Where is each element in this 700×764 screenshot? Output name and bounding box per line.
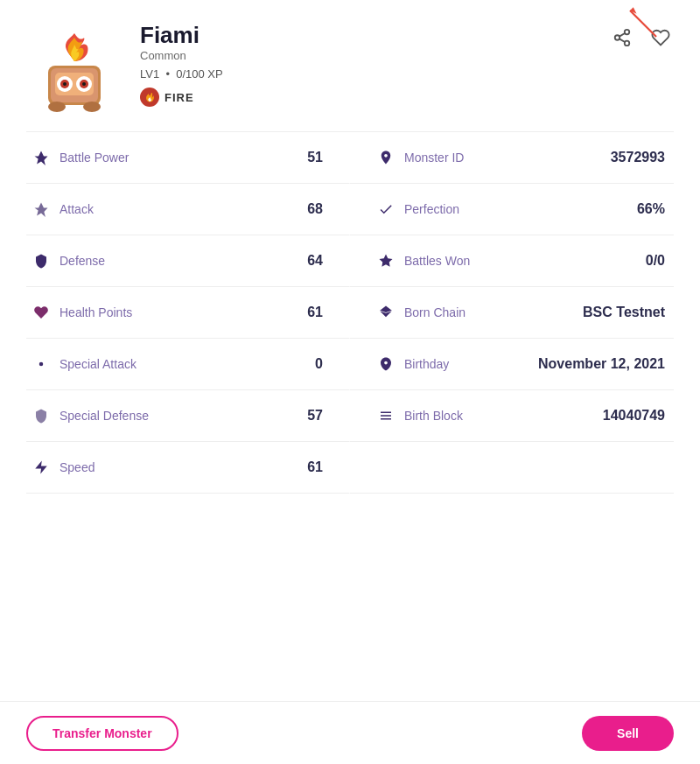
birthday-icon (376, 354, 396, 374)
born-chain-value: BSC Testnet (583, 305, 665, 320)
stat-row-battle-power: Battle Power 51 (26, 132, 350, 184)
svg-marker-12 (630, 7, 637, 14)
battle-power-icon (32, 148, 51, 167)
monster-id-icon (376, 148, 396, 167)
stat-left-attack: Attack (32, 200, 94, 219)
stat-row-defense: Defense 64 (26, 235, 350, 287)
special-defense-label: Special Defense (60, 409, 149, 423)
stat-row-battles-won: Battles Won 0/0 (350, 235, 674, 287)
attack-icon (32, 200, 51, 219)
defense-icon (32, 251, 51, 270)
stat-left-birthday: Birthday (376, 354, 449, 374)
speed-label: Speed (60, 460, 94, 474)
stat-row-birth-block: Birth Block 14040749 (350, 390, 674, 442)
perfection-icon (376, 200, 396, 219)
birthday-value: November 12, 2021 (538, 356, 665, 372)
born-chain-icon (376, 303, 396, 322)
stat-row-monster-id: Monster ID 3572993 (350, 132, 674, 184)
birth-block-label: Birth Block (404, 409, 463, 423)
health-points-icon (32, 303, 51, 322)
stat-left-birth-block: Birth Block (376, 406, 463, 425)
stats-grid: Battle Power 51 Monster ID 3572993 Attac… (26, 131, 674, 494)
health-points-value: 61 (307, 305, 323, 320)
monster-type-label: FIRE (164, 91, 194, 104)
monster-info: Fiami Common LV1 • 0/100 XP FIRE (140, 18, 223, 107)
svg-point-8 (82, 82, 86, 86)
header: Fiami Common LV1 • 0/100 XP FIRE (26, 18, 674, 114)
perfection-value: 66% (637, 201, 665, 217)
bottom-bar: Transfer Monster Sell (0, 701, 700, 764)
health-points-label: Health Points (60, 305, 132, 319)
special-attack-value: 0 (315, 356, 323, 372)
birthday-label: Birthday (404, 357, 449, 371)
stat-left-health-points: Health Points (32, 303, 132, 322)
stat-row-special-defense: Special Defense 57 (26, 390, 350, 442)
speed-value: 61 (307, 459, 323, 475)
attack-label: Attack (60, 202, 94, 216)
defense-label: Defense (60, 254, 105, 268)
stat-left-monster-id: Monster ID (376, 148, 464, 167)
svg-point-7 (63, 82, 66, 86)
birth-block-icon (376, 406, 396, 425)
stat-row-perfection: Perfection 66% (350, 184, 674, 235)
special-attack-label: Special Attack (60, 357, 136, 371)
transfer-button[interactable]: Transfer Monster (26, 716, 178, 751)
monster-id-label: Monster ID (404, 151, 464, 165)
battles-won-value: 0/0 (646, 253, 665, 269)
monster-image (26, 18, 122, 114)
share-button[interactable] (609, 25, 635, 51)
birth-block-value: 14040749 (603, 408, 665, 424)
svg-point-9 (48, 102, 66, 112)
stat-row-empty-right (350, 442, 674, 494)
battles-won-icon (376, 251, 396, 270)
monster-rarity: Common (140, 49, 223, 62)
header-left: Fiami Common LV1 • 0/100 XP FIRE (26, 18, 223, 114)
stat-left-speed: Speed (32, 458, 94, 477)
stat-left-battles-won: Battles Won (376, 251, 470, 270)
speed-icon (32, 458, 51, 477)
header-actions (609, 18, 674, 51)
svg-marker-18 (380, 255, 393, 267)
stats-wrapper: Battle Power 51 Monster ID 3572993 Attac… (26, 131, 674, 494)
attack-value: 68 (307, 201, 323, 217)
stat-row-born-chain: Born Chain BSC Testnet (350, 287, 674, 339)
svg-line-16 (620, 39, 625, 42)
monster-name: Fiami (140, 22, 223, 49)
favorite-button[interactable] (648, 25, 674, 51)
stat-row-birthday: Birthday November 12, 2021 (350, 339, 674, 390)
sell-button[interactable]: Sell (582, 716, 674, 751)
stat-row-attack: Attack 68 (26, 184, 350, 235)
stat-left-born-chain: Born Chain (376, 303, 466, 322)
stat-row-speed: Speed 61 (26, 442, 350, 494)
stat-left-defense: Defense (32, 251, 105, 270)
monster-type: FIRE (140, 88, 223, 107)
svg-point-19 (39, 362, 44, 367)
battle-power-value: 51 (307, 150, 323, 165)
monster-level: LV1 • 0/100 XP (140, 67, 223, 81)
stat-left-special-defense: Special Defense (32, 406, 149, 425)
monster-id-value: 3572993 (611, 150, 665, 165)
defense-value: 64 (307, 253, 323, 269)
svg-point-10 (83, 102, 101, 112)
stat-left-battle-power: Battle Power (32, 148, 129, 167)
special-defense-icon (32, 406, 51, 425)
born-chain-label: Born Chain (404, 305, 466, 319)
stat-left-special-attack: Special Attack (32, 354, 136, 374)
fire-type-icon (140, 88, 159, 107)
page-wrapper: Fiami Common LV1 • 0/100 XP FIRE (0, 0, 700, 764)
battles-won-label: Battles Won (404, 254, 470, 268)
special-attack-icon (32, 354, 51, 374)
special-defense-value: 57 (307, 408, 323, 424)
perfection-label: Perfection (404, 202, 459, 216)
battle-power-label: Battle Power (60, 151, 129, 165)
stat-row-special-attack: Special Attack 0 (26, 339, 350, 390)
stat-left-perfection: Perfection (376, 200, 459, 219)
stat-row-health-points: Health Points 61 (26, 287, 350, 339)
svg-line-17 (620, 33, 625, 37)
